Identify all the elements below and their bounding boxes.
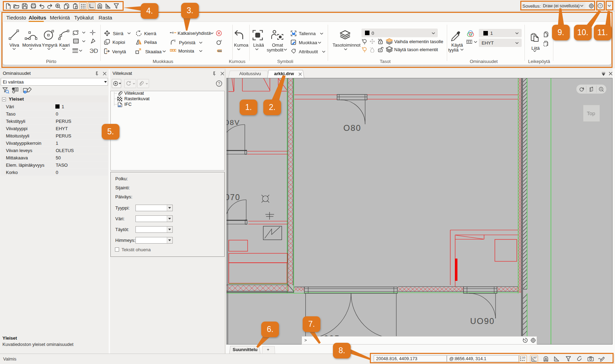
svg-text:IFC: IFC (118, 105, 121, 107)
svg-text:?: ? (218, 81, 220, 86)
svg-text:90°: 90° (533, 356, 537, 359)
svg-text:10: 10 (522, 356, 525, 359)
